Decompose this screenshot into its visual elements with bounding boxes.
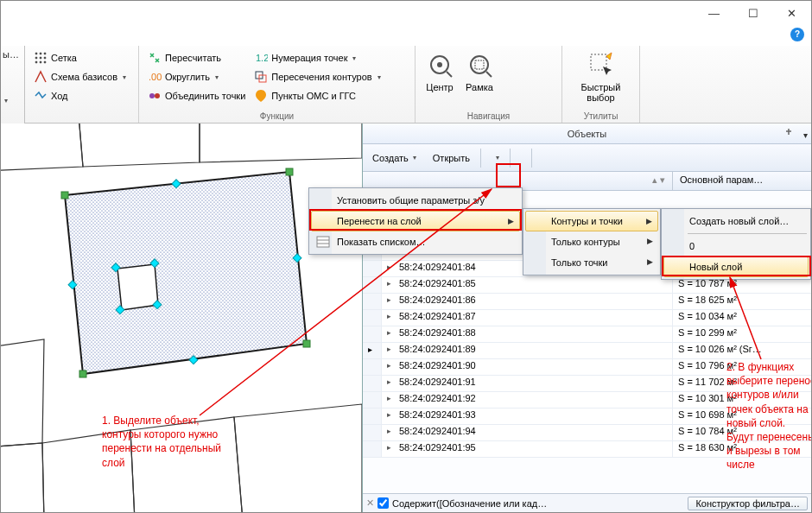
annotation-2: 2. В функциях выберите перенос контуров … [726,360,812,472]
filter-text: Содержит([Обозначение или кад… [392,498,684,509]
quick-select-button[interactable]: Быстрый выбор [568,49,634,104]
ribbon-left-cut-label: ы… [3,49,22,60]
title-bar: — ☐ ✕ [1,1,811,25]
num-label: Нумерация точек [271,53,347,63]
ribbon-group-actions1: Сетка Схема базисов Ход [25,46,139,123]
filter-builder-button[interactable]: Конструктор фильтра… [688,497,808,510]
submenu-new-layer[interactable]: Новый слой [663,256,809,277]
submenu-new-label: Создать новый слой… [689,216,789,226]
svg-rect-43 [79,370,86,377]
window-buttons: — ☐ ✕ [695,1,811,25]
merge-points-button[interactable]: Объединить точки [144,87,249,104]
ribbon-group-utils: Быстрый выбор Утилиты [562,46,640,123]
svg-point-17 [437,62,442,67]
merge-label: Объединить точки [165,91,245,101]
filter-close-icon[interactable]: ✕ [366,497,374,509]
basis-label: Схема базисов [51,72,117,82]
grid-label: Сетка [51,53,77,63]
table-row[interactable]: 58:24:0292401:86 S = 18 625 м² [363,294,811,310]
delete-button[interactable] [536,155,549,162]
submenu-cont-label: Только контуры [551,237,620,247]
objects-panel-title: Объекты ▾ [363,124,811,144]
quick-label: Быстрый выбор [581,82,621,103]
submenu-zero-label: 0 [689,241,695,251]
group-functions-label: Функции [139,111,415,121]
oms-label: Пункты ОМС и ГГС [271,91,356,101]
functions-button[interactable]: ƒx [485,150,505,165]
svg-point-4 [40,57,41,59]
oms-button[interactable]: Пункты ОМС и ГГС [251,87,384,104]
layer-submenu: Создать новый слой… 0 Новый слой [661,208,811,280]
intersect-label: Пересечения контуров [271,72,371,82]
menu-move-to-layer[interactable]: Перенести на слой▶ [311,211,520,231]
numbering-button[interactable]: 1.2Нумерация точек [251,49,384,66]
table-row[interactable]: 58:24:0292401:88 S = 10 299 м² [363,326,811,343]
maximize-button[interactable]: ☐ [733,1,772,25]
svg-point-7 [40,61,41,63]
open-label: Открыть [433,153,470,163]
fx-menu: Установить общие параметры з/у Перенести… [308,187,523,255]
table-row[interactable]: 58:24:0292401:89 S = 10 026 м² (Sг… [363,343,811,359]
submenu-points-only[interactable]: Только точки▶ [525,252,658,273]
minimize-button[interactable]: — [695,1,733,25]
svg-marker-38 [65,172,307,374]
intersect-button[interactable]: Пересечения контуров [251,68,384,86]
close-button[interactable]: ✕ [772,1,811,25]
hod-label: Ход [51,91,68,101]
create-label: Создать [372,153,409,163]
svg-point-3 [35,57,37,59]
annotation-1: 1. Выделите объект, контуры которого нуж… [102,414,249,470]
svg-line-16 [447,72,452,77]
pin-icon[interactable] [783,128,794,138]
table-row[interactable]: 58:24:0292401:87 S = 10 034 м² [363,310,811,326]
submenu-contours-points[interactable]: Контуры и точки▶ [525,211,658,231]
menu-move-label: Перенести на слой [337,216,422,226]
svg-rect-40 [61,192,68,199]
svg-text:1.2: 1.2 [256,53,268,63]
objects-toolbar: Создать Открыть ƒx [363,144,811,172]
help-bar: ? [1,25,811,46]
submenu-both-label: Контуры и точки [551,216,623,226]
grid-button[interactable]: Сетка [30,49,133,66]
svg-point-1 [40,53,41,54]
frame-label: Рамка [466,82,493,92]
col2-header[interactable]: Основной парам… [673,172,811,190]
submenu-contours-only[interactable]: Только контуры▶ [525,231,658,252]
submenu-create-layer[interactable]: Создать новый слой… [663,211,809,231]
recalc-label: Пересчитать [165,53,221,63]
center-button[interactable]: Центр [421,49,459,94]
create-button[interactable]: Создать [366,149,422,167]
recalc-button[interactable]: Пересчитать [144,49,249,66]
svg-point-6 [35,61,37,63]
menu-show-list[interactable]: Показать списком… [311,231,520,252]
center-label: Центр [426,82,454,92]
svg-rect-41 [286,168,293,175]
group-nav-label: Навигация [416,111,561,121]
round-label: Округлить [165,72,210,82]
svg-point-11 [155,93,160,98]
svg-text:.00: .00 [149,72,162,82]
frame-button[interactable]: Рамка [460,49,498,94]
filter-checkbox[interactable] [377,497,389,509]
svg-rect-55 [317,237,329,247]
hod-button[interactable]: Ход [30,87,133,104]
menu-showlist-label: Показать списком… [337,237,426,247]
basis-button[interactable]: Схема базисов [30,68,133,86]
ribbon-left-cut-dropdown[interactable] [3,94,22,104]
svg-point-18 [471,56,488,73]
find-button[interactable] [515,155,527,162]
submenu-layer-0[interactable]: 0 [663,236,809,256]
open-button[interactable]: Открыть [424,149,476,167]
menu-set-common[interactable]: Установить общие параметры з/у [311,190,520,211]
svg-rect-20 [475,60,484,69]
svg-point-2 [44,53,46,54]
round-button[interactable]: .00Округлить [144,68,249,86]
submenu-pts-label: Только точки [551,257,607,268]
svg-marker-39 [117,264,158,310]
help-icon[interactable]: ? [790,28,804,41]
panel-menu-icon[interactable]: ▾ [803,125,808,146]
svg-point-0 [35,53,37,54]
ribbon: Сетка Схема базисов Ход Пересчитать .00О… [25,46,811,124]
objects-title-text: Объекты [568,129,606,139]
ribbon-left-cut: ы… [1,46,25,124]
